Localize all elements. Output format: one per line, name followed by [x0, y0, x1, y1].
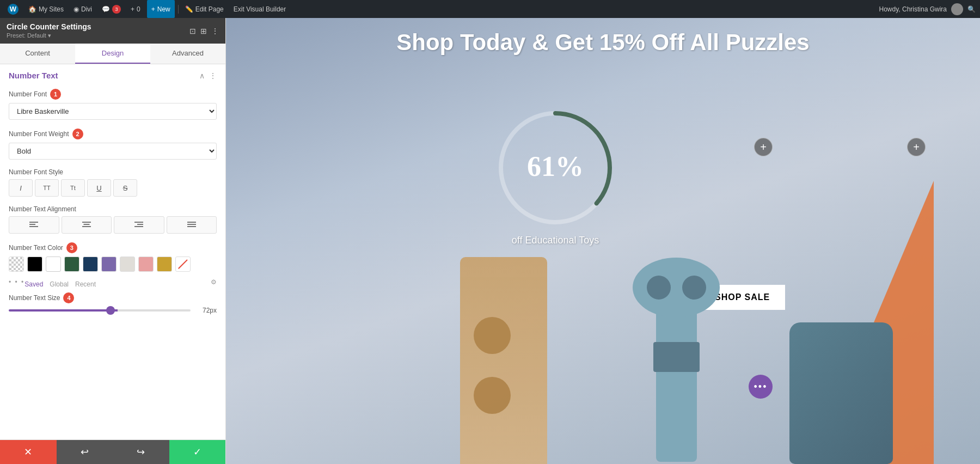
text-size-slider-thumb[interactable]: [106, 306, 115, 315]
wordpress-icon: W: [8, 4, 19, 15]
svg-rect-21: [653, 342, 700, 372]
align-center-button[interactable]: [62, 216, 112, 234]
color-settings-icon[interactable]: ⚙: [211, 278, 217, 286]
color-tab-recent[interactable]: Recent: [75, 280, 96, 288]
tab-advanced[interactable]: Advanced: [150, 44, 225, 64]
tab-content[interactable]: Content: [0, 44, 75, 64]
capitalize-button[interactable]: Tt: [61, 179, 85, 197]
user-avatar[interactable]: [951, 3, 963, 15]
color-swatch-purple[interactable]: [101, 257, 117, 272]
svg-point-23: [682, 276, 706, 300]
svg-point-22: [647, 276, 671, 300]
user-greeting: Howdy, Christina Gwira: [879, 5, 947, 13]
new-label: New: [157, 5, 170, 13]
comments-count-badge: 3: [112, 5, 121, 14]
text-size-slider-row: 72px: [9, 307, 217, 314]
add-module-button-2[interactable]: +: [907, 138, 926, 156]
section-more-button[interactable]: ⋮: [209, 71, 217, 80]
circle-counter[interactable]: 61% off Educational Toys: [493, 105, 618, 246]
divi-icon: ◉: [74, 5, 79, 13]
svg-rect-5: [83, 224, 89, 225]
tab-design[interactable]: Design: [75, 44, 150, 64]
italic-button[interactable]: I: [9, 179, 33, 197]
svg-text:61%: 61%: [527, 151, 584, 182]
dots-icon: •••: [754, 381, 768, 393]
color-swatch-light-gray[interactable]: [120, 257, 135, 272]
more-options-button[interactable]: •••: [749, 375, 773, 399]
confirm-button[interactable]: ✓: [169, 440, 226, 464]
circle-counter-label: off Educational Toys: [512, 235, 599, 246]
zero-count: 0: [137, 5, 140, 13]
number-font-select[interactable]: Libre Baskerville Open Sans Roboto: [9, 103, 217, 120]
my-sites-menu[interactable]: 🏠 My Sites: [25, 0, 67, 18]
color-swatch-black[interactable]: [27, 257, 42, 272]
strikethrough-button[interactable]: S: [113, 179, 137, 197]
divi-label: Divi: [81, 5, 92, 13]
color-tab-global[interactable]: Global: [50, 280, 69, 288]
color-swatch-navy[interactable]: [83, 257, 98, 272]
color-swatch-pink[interactable]: [138, 257, 154, 272]
comments-menu[interactable]: 💬 3: [99, 0, 124, 18]
uppercase-button[interactable]: TT: [35, 179, 59, 197]
tab-advanced-label: Advanced: [172, 49, 204, 57]
align-justify-button[interactable]: [167, 216, 217, 234]
new-button[interactable]: + New: [147, 0, 175, 18]
undo-button[interactable]: ↩: [57, 440, 113, 464]
redo-button[interactable]: ↪: [113, 440, 169, 464]
svg-rect-8: [134, 222, 143, 223]
number-font-style-field: Number Font Style I TT Tt U S: [9, 168, 217, 197]
number-text-color-label: Number Text Color 3: [9, 242, 217, 253]
number-font-style-label-text: Number Font Style: [9, 168, 63, 176]
color-more-button[interactable]: • • •: [9, 278, 24, 286]
my-sites-label: My Sites: [39, 5, 64, 13]
search-icon[interactable]: 🔍: [967, 5, 976, 13]
svg-rect-14: [187, 226, 196, 227]
number-text-color-label-text: Number Text Color: [9, 244, 63, 252]
expand-icon[interactable]: ⊡: [189, 27, 196, 35]
number-font-weight-field: Number Font Weight 2 Bold Regular Light: [9, 129, 217, 160]
color-swatch-dark-green[interactable]: [64, 257, 79, 272]
svg-rect-9: [137, 224, 143, 225]
home-icon: 🏠: [28, 5, 36, 13]
columns-icon[interactable]: ⊞: [200, 27, 207, 35]
collapse-button[interactable]: ∧: [199, 71, 205, 80]
text-size-slider-track[interactable]: [9, 309, 191, 312]
number-text-color-badge: 3: [66, 242, 77, 253]
edit-page-button[interactable]: ✏️ Edit Page: [182, 0, 227, 18]
panel-title: Circle Counter Settings: [7, 22, 91, 31]
color-swatch-transparent[interactable]: [9, 257, 24, 272]
number-text-alignment-label-text: Number Text Alignment: [9, 205, 76, 213]
divi-menu[interactable]: ◉ Divi: [70, 0, 95, 18]
color-swatch-gold[interactable]: [157, 257, 172, 272]
divider: [178, 5, 179, 14]
svg-rect-1: [29, 224, 35, 225]
more-icon[interactable]: ⋮: [211, 27, 219, 35]
add-module-button-1[interactable]: +: [754, 138, 773, 156]
color-swatch-remove[interactable]: [175, 257, 191, 272]
exit-builder-button[interactable]: Exit Visual Builder: [230, 0, 290, 18]
redo-icon: ↪: [137, 446, 145, 458]
panel-body: Number Text ∧ ⋮ Number Font 1 Libre Bask…: [0, 64, 225, 439]
underline-button[interactable]: U: [87, 179, 111, 197]
color-tab-saved[interactable]: Saved: [24, 280, 43, 288]
align-right-button[interactable]: [114, 216, 164, 234]
number-text-size-badge: 4: [63, 292, 74, 303]
svg-point-20: [633, 258, 720, 318]
main-layout: Circle Counter Settings Preset: Default …: [0, 18, 980, 464]
preset-label[interactable]: Preset: Default ▾: [7, 32, 91, 39]
cancel-button[interactable]: ✕: [0, 440, 57, 464]
svg-rect-0: [29, 222, 38, 223]
panel-tabs: Content Design Advanced: [0, 44, 225, 64]
color-swatch-white[interactable]: [46, 257, 61, 272]
zero-item[interactable]: + 0: [127, 0, 144, 18]
align-left-button[interactable]: [9, 216, 59, 234]
panel-footer: ✕ ↩ ↪ ✓: [0, 439, 225, 464]
number-font-weight-select[interactable]: Bold Regular Light: [9, 143, 217, 160]
number-text-size-label: Number Text Size 4: [9, 292, 217, 303]
undo-icon: ↩: [81, 446, 89, 458]
wp-logo[interactable]: W: [4, 0, 22, 18]
exit-builder-label: Exit Visual Builder: [234, 5, 286, 13]
toy-wrench: [623, 233, 743, 464]
comment-icon: 💬: [102, 5, 110, 13]
toy-hole-bottom: [474, 377, 511, 414]
